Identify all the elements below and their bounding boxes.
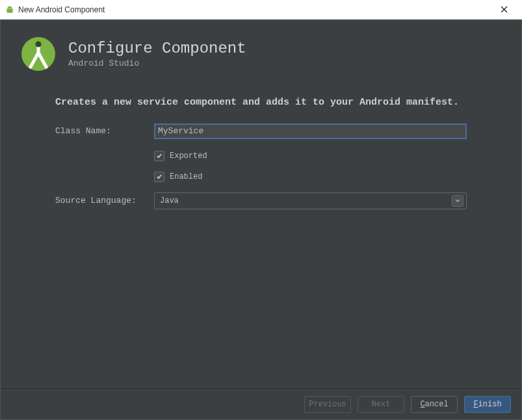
- next-button: Next: [358, 396, 404, 413]
- enabled-checkbox[interactable]: [154, 172, 164, 182]
- source-language-select[interactable]: Java: [154, 192, 467, 209]
- android-studio-logo-icon: [20, 36, 57, 72]
- source-language-row: Source Language: Java: [55, 192, 467, 209]
- exported-label: Exported: [170, 151, 207, 161]
- android-icon: [5, 5, 14, 14]
- dialog-content: Configure Component Android Studio Creat…: [0, 20, 522, 420]
- svg-point-2: [36, 52, 41, 57]
- form: Class Name: MyService Exported Enabled S…: [1, 124, 521, 209]
- titlebar: New Android Component: [0, 0, 522, 20]
- finish-button[interactable]: Finish: [464, 396, 511, 413]
- dialog-subtitle: Android Studio: [68, 59, 246, 68]
- close-button[interactable]: [491, 1, 517, 19]
- exported-checkbox[interactable]: [154, 151, 164, 161]
- class-name-value: MyService: [158, 126, 203, 136]
- class-name-label: Class Name:: [55, 126, 154, 136]
- source-language-value: Java: [160, 196, 179, 205]
- window-title: New Android Component: [18, 5, 105, 14]
- source-language-label: Source Language:: [55, 196, 154, 205]
- cancel-button[interactable]: Cancel: [411, 396, 458, 413]
- description-text: Creates a new service component and adds…: [1, 79, 521, 124]
- button-bar: Previous Next Cancel Finish: [1, 388, 521, 419]
- svg-point-1: [36, 42, 42, 47]
- class-name-input[interactable]: MyService: [154, 124, 467, 139]
- previous-button: Previous: [304, 396, 351, 413]
- class-name-row: Class Name: MyService: [55, 124, 467, 139]
- header: Configure Component Android Studio: [1, 20, 521, 79]
- chevron-down-icon: [452, 195, 463, 207]
- enabled-label: Enabled: [170, 172, 202, 181]
- dialog-title: Configure Component: [68, 40, 246, 57]
- enabled-row: Enabled: [154, 172, 467, 182]
- exported-row: Exported: [154, 151, 467, 161]
